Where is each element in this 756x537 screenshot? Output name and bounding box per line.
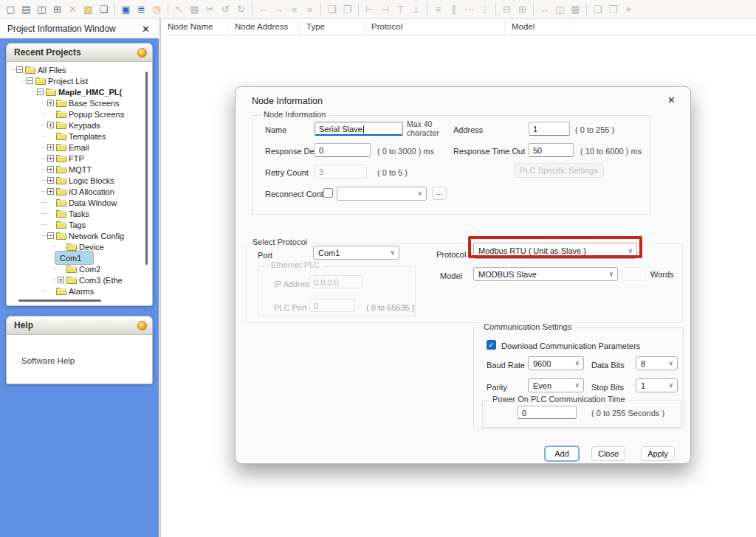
collapse-icon[interactable]: −: [27, 77, 33, 84]
add-button[interactable]: Add: [545, 446, 579, 461]
tree-item-com3-ethe[interactable]: Com3 (Ethe: [79, 276, 123, 285]
align-left-icon[interactable]: ⊢: [362, 2, 377, 16]
center-horizontal-icon[interactable]: ≡: [431, 2, 445, 16]
tree-item-device[interactable]: Device: [79, 243, 104, 252]
copy-screen-icon[interactable]: ◫: [35, 2, 49, 16]
tree-item-project-list[interactable]: Project List: [48, 77, 88, 86]
tree-item-data-window[interactable]: Data Window: [69, 198, 117, 207]
expand-icon[interactable]: +: [47, 166, 54, 173]
online-monitor-icon[interactable]: ▣: [119, 2, 133, 16]
software-help-link[interactable]: Software Help: [21, 356, 75, 365]
tree-item-all-files[interactable]: All Files: [38, 66, 66, 75]
align-right-icon[interactable]: ⊣: [378, 2, 392, 16]
pointer-tool-icon[interactable]: ↖: [172, 2, 186, 16]
collapse-icon[interactable]: −: [37, 89, 44, 95]
bring-to-front-icon[interactable]: ❏: [325, 2, 339, 16]
grid-view-icon[interactable]: ▦: [568, 2, 583, 16]
tree-item-keypads[interactable]: Keypads: [69, 121, 100, 130]
tree-item-tags[interactable]: Tags: [69, 221, 86, 229]
expand-icon[interactable]: +: [58, 277, 64, 283]
align-bottom-icon[interactable]: ⊥: [409, 2, 423, 16]
space-across-icon[interactable]: ⋯: [462, 2, 476, 16]
expand-icon[interactable]: +: [47, 100, 54, 106]
expand-icon[interactable]: +: [47, 155, 54, 162]
tree-item-maple-hmc-pl-[interactable]: Maple_HMC_PL(: [58, 88, 122, 97]
protocol-select[interactable]: Modbus RTU ( Unit as Slave )∨: [473, 243, 637, 259]
project-properties-icon[interactable]: ▤: [19, 2, 33, 16]
collapse-ball-icon[interactable]: [137, 48, 147, 58]
rotate-left-icon[interactable]: ↺: [219, 2, 233, 16]
address-input[interactable]: 1: [529, 122, 570, 136]
collapse-ball-icon[interactable]: [137, 321, 147, 330]
column-header-node-name[interactable]: Node Name: [161, 19, 228, 35]
fit-width-icon[interactable]: ↔: [537, 2, 551, 16]
same-height-icon[interactable]: ⊞: [515, 2, 529, 16]
scheduler-clock-icon[interactable]: ◷: [150, 2, 164, 16]
expand-icon[interactable]: +: [47, 122, 54, 128]
data-bits-select[interactable]: 8∨: [636, 356, 678, 370]
column-header-node-address[interactable]: Node Address: [228, 19, 300, 35]
expand-icon[interactable]: +: [47, 188, 54, 195]
baud-rate-select[interactable]: 9600∨: [528, 356, 584, 370]
name-input[interactable]: Serial Slave: [315, 122, 403, 136]
column-header-model[interactable]: Model: [505, 19, 568, 35]
database-icon[interactable]: ≣: [134, 2, 148, 16]
tree-item-tasks[interactable]: Tasks: [69, 209, 89, 218]
close-button[interactable]: Close: [591, 446, 625, 461]
same-width-icon[interactable]: ⊟: [500, 2, 514, 16]
tree-item-io-allocation[interactable]: IO Allocation: [69, 187, 114, 196]
new-project-icon[interactable]: ▢: [4, 2, 18, 16]
expand-icon[interactable]: +: [47, 177, 54, 184]
expand-icon[interactable]: +: [47, 144, 54, 150]
find-icon[interactable]: ⌖: [622, 2, 636, 16]
nav-last-icon[interactable]: »: [303, 2, 317, 16]
tree-item-ftp[interactable]: FTP: [69, 154, 84, 163]
close-icon[interactable]: ✕: [667, 94, 676, 105]
collapse-icon[interactable]: −: [16, 66, 23, 73]
download-params-checkbox[interactable]: ✓: [487, 340, 496, 350]
column-header-protocol[interactable]: Protocol: [365, 19, 505, 35]
open-project-icon[interactable]: ▧: [81, 2, 95, 16]
power-on-time-input[interactable]: 0: [518, 406, 577, 419]
tree-item-templates[interactable]: Templates: [69, 132, 106, 141]
column-header-type[interactable]: Type: [300, 19, 365, 35]
parity-select[interactable]: Even∨: [528, 378, 584, 392]
tree-item-base-screens[interactable]: Base Screens: [69, 99, 119, 108]
stamp-tool-icon[interactable]: ▦: [188, 2, 202, 16]
horizontal-scrollbar[interactable]: [18, 299, 101, 302]
screen-editor-icon[interactable]: ❏: [97, 2, 111, 16]
add-screen-icon[interactable]: ⊞: [50, 2, 64, 16]
ungroup-objects-icon[interactable]: ❒: [606, 2, 620, 16]
reconnect-control-checkbox[interactable]: [323, 188, 333, 198]
apply-button[interactable]: Apply: [641, 446, 675, 461]
close-icon[interactable]: ✕: [142, 24, 159, 35]
nav-forward-icon[interactable]: →: [272, 2, 286, 16]
vertical-scrollbar[interactable]: [145, 72, 148, 265]
center-vertical-icon[interactable]: ∥: [447, 2, 461, 16]
nav-back-icon[interactable]: ←: [256, 2, 270, 16]
align-top-icon[interactable]: ⊤: [394, 2, 408, 16]
tree-item-com1[interactable]: Com1: [55, 251, 94, 265]
group-objects-icon[interactable]: ❑: [591, 2, 605, 16]
tree-item-email[interactable]: Email: [69, 143, 89, 152]
cut-tool-icon[interactable]: ✂: [203, 2, 217, 16]
send-to-back-icon[interactable]: ❐: [340, 2, 354, 16]
response-timeout-input[interactable]: 50: [529, 143, 574, 157]
stop-bits-select[interactable]: 1∨: [636, 378, 678, 392]
port-select[interactable]: Com1∨: [313, 246, 399, 260]
space-down-icon[interactable]: ⋮: [478, 2, 492, 16]
tree-item-com2[interactable]: Com2: [79, 265, 100, 274]
tree-item-popup-screens[interactable]: Popup Screens: [69, 110, 124, 119]
collapse-icon[interactable]: −: [47, 232, 54, 239]
response-delay-input[interactable]: 0: [315, 143, 371, 157]
tree-item-network-config[interactable]: Network Config: [69, 232, 124, 240]
tree-item-mqtt[interactable]: MQTT: [69, 165, 92, 174]
reconnect-more-button[interactable]: ...: [432, 187, 447, 200]
nav-first-icon[interactable]: «: [287, 2, 301, 16]
model-select[interactable]: MODBUS Slave∨: [473, 267, 618, 281]
reconnect-control-select[interactable]: ∨: [337, 187, 427, 201]
delete-screen-icon[interactable]: ✕: [66, 2, 80, 16]
rotate-right-icon[interactable]: ↻: [234, 2, 248, 16]
tree-item-logic-blocks[interactable]: Logic Blocks: [69, 176, 114, 185]
split-view-icon[interactable]: ◫: [553, 2, 567, 16]
